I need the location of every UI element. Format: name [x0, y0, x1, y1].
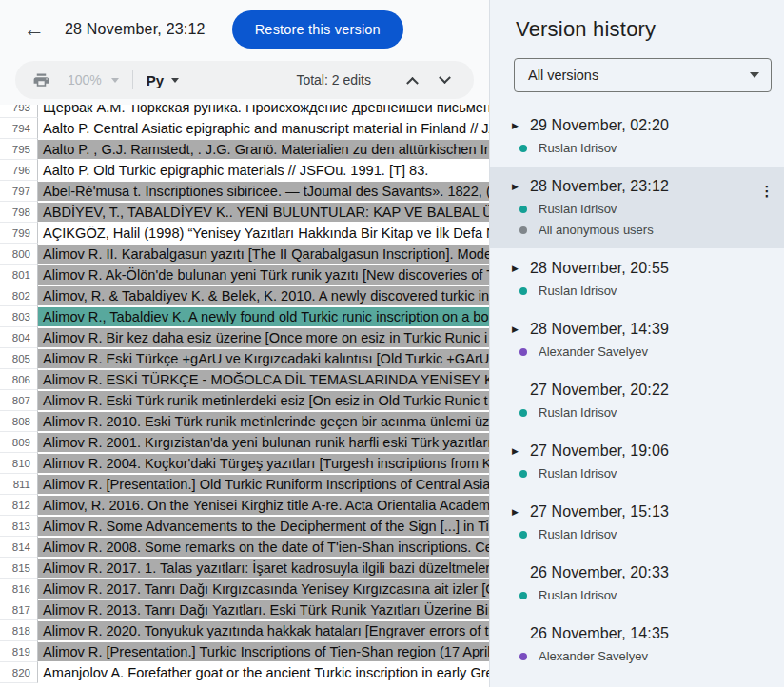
dropdown-caret-icon — [750, 72, 759, 78]
line-text: Alimov R. 2008. Some remarks on the date… — [38, 537, 489, 558]
expand-triangle-icon[interactable]: ▶ — [512, 182, 522, 191]
author-color-dot — [519, 470, 527, 478]
document-line: 795Aalto P. , G.J. Ramstedt, . J.G. Gran… — [0, 139, 489, 160]
document-body[interactable]: 793Щербак А.М. Тюркская руника. Происхож… — [0, 105, 489, 687]
version-entry[interactable]: ▶26 November, 20:33Ruslan Idrisov — [490, 553, 784, 614]
document-line: 818Alimov R. 2020. Tonyukuk yazıtında ha… — [0, 620, 489, 641]
version-filter-value: All versions — [528, 68, 750, 83]
version-date: 28 November, 20:55 — [530, 260, 669, 277]
line-number: 797 — [0, 181, 38, 202]
input-tools-control[interactable]: Ру — [147, 72, 179, 88]
line-text: Alimov R. Eski Türk runik metinlerdeki e… — [38, 390, 489, 411]
author-color-dot — [519, 226, 527, 234]
input-tools-label: Ру — [147, 72, 164, 88]
document-line: 793Щербак А.М. Тюркская руника. Происхож… — [0, 105, 489, 118]
version-entry[interactable]: ▶27 November, 15:13Ruslan Idrisov — [490, 492, 784, 553]
version-entry[interactable]: ▶26 November, 14:35Alexander Savelyev — [490, 614, 784, 675]
line-number: 795 — [0, 139, 38, 160]
document-line: 805Alimov R. Eski Türkçe +gArU ve Kırgız… — [0, 348, 489, 369]
version-entry-header: ▶26 November, 14:35 — [512, 625, 774, 642]
total-edits-label: Total: 2 edits — [296, 72, 371, 88]
document-line: 820Amanjolov A. Forefather goat or the a… — [0, 662, 489, 683]
line-number: 812 — [0, 495, 38, 516]
document-line: 802Alimov, R. & Tabaldiyev K. & Belek, K… — [0, 285, 489, 306]
document-line: 796Aalto P. Old Turkic epigraphic materi… — [0, 160, 489, 181]
line-text: Alimov R., Tabaldiev K. A newly found ol… — [38, 306, 489, 327]
line-number: 800 — [0, 244, 38, 265]
version-entry[interactable]: ▶27 November, 20:22Ruslan Idrisov — [490, 370, 784, 431]
document-line: 798ABDİYEV, T., TABALDİYEV K.. YENİ BULU… — [0, 202, 489, 223]
version-author: Ruslan Idrisov — [519, 284, 774, 298]
author-name: Ruslan Idrisov — [539, 284, 617, 298]
version-filter-dropdown[interactable]: All versions — [514, 58, 772, 92]
version-entry[interactable]: ▶28 November, 23:12⋮Ruslan IdrisovAll an… — [490, 167, 784, 248]
version-author: Alexander Savelyev — [519, 344, 774, 359]
version-date: 29 November, 02:20 — [530, 117, 669, 134]
document-line: 816Alimov R. 2017. Tanrı Dağı Kırgızcası… — [0, 579, 489, 599]
expand-triangle-icon[interactable]: ▶ — [512, 446, 522, 456]
version-entry-header: ▶26 November, 20:33 — [512, 564, 774, 581]
back-button[interactable]: ← — [15, 10, 53, 49]
version-author: All anonymous users — [519, 223, 774, 237]
expand-triangle-icon[interactable]: ▶ — [512, 507, 522, 517]
line-text: Alimov R. Ak-Ölön'de bulunan yeni Türk r… — [38, 265, 489, 285]
author-color-dot — [519, 206, 527, 213]
document-line: 810Alimov R. 2004. Koçkor'daki Türgeş ya… — [0, 453, 489, 474]
document-line: 808Alimov R. 2010. Eski Türk runik metin… — [0, 411, 489, 432]
line-number: 805 — [0, 348, 38, 369]
author-color-dot — [519, 409, 527, 417]
line-number: 808 — [0, 411, 38, 432]
document-line: 817Alimov R. 2013. Tanrı Dağı Yazıtları.… — [0, 599, 489, 620]
previous-edit-button[interactable] — [400, 68, 424, 92]
line-text: Alimov R. 2017. Tanrı Dağı Kırgızcasında… — [38, 579, 489, 599]
line-number: 811 — [0, 474, 38, 495]
toolbar-divider — [132, 70, 133, 89]
line-text: Alimov R. 2004. Koçkor'daki Türgeş yazıt… — [38, 453, 489, 474]
line-text: ABDİYEV, T., TABALDİYEV K.. YENİ BULUNTU… — [38, 202, 489, 223]
line-text: Alimov R. Eski Türkçe +gArU ve Kırgızcad… — [38, 348, 489, 369]
author-color-dot — [519, 145, 527, 152]
version-date: 27 November, 15:13 — [530, 503, 669, 520]
line-number: 820 — [0, 662, 38, 683]
line-number: 814 — [0, 537, 38, 558]
line-number: 794 — [0, 118, 38, 139]
document-line: 819Alimov R. [Presentation.] Turkic Insc… — [0, 641, 489, 662]
version-date: 27 November, 19:06 — [530, 442, 669, 460]
line-number: 813 — [0, 516, 38, 537]
expand-triangle-icon[interactable]: ▶ — [512, 264, 522, 273]
version-entry[interactable]: ▶28 November, 14:39Alexander Savelyev — [490, 309, 784, 370]
next-edit-button[interactable] — [432, 68, 457, 92]
line-number: 793 — [0, 105, 38, 118]
version-date: 26 November, 20:33 — [530, 564, 669, 581]
version-entry-header: ▶28 November, 14:39 — [512, 321, 774, 338]
version-author: Ruslan Idrisov — [519, 588, 774, 602]
version-entry-header: ▶27 November, 20:22 — [512, 382, 774, 399]
line-number: 803 — [0, 306, 38, 327]
version-entry-header: ▶27 November, 19:06 — [512, 442, 774, 460]
print-button[interactable] — [32, 71, 50, 89]
line-number: 817 — [0, 599, 38, 620]
restore-version-button[interactable]: Restore this version — [232, 10, 403, 49]
document-line: 815Alimov R. 2017. 1. Talas yazıtları: İ… — [0, 558, 489, 579]
document-line: 800Alimov R. II. Karabalgasun yazıtı [Th… — [0, 244, 489, 265]
version-overflow-menu-icon[interactable]: ⋮ — [754, 178, 780, 205]
line-text: Alimov R. [Presentation.] Old Turkic Run… — [38, 474, 489, 495]
line-text: Aalto P. Central Asiatic epigraphic and … — [38, 118, 489, 139]
document-line: 807Alimov R. Eski Türk runik metinlerdek… — [0, 390, 489, 411]
line-text: Alimov R. 2010. Eski Türk runik metinler… — [38, 411, 489, 432]
expand-triangle-icon[interactable]: ▶ — [512, 121, 522, 130]
author-name: Ruslan Idrisov — [539, 405, 617, 420]
author-name: Ruslan Idrisov — [539, 588, 617, 602]
line-number: 816 — [0, 579, 38, 599]
input-tools-caret-icon — [171, 78, 179, 83]
version-entry[interactable]: ▶28 November, 20:55Ruslan Idrisov — [490, 248, 784, 309]
author-name: Ruslan Idrisov — [539, 466, 617, 481]
expand-triangle-icon[interactable]: ▶ — [512, 324, 522, 334]
version-entry[interactable]: ▶27 November, 19:06Ruslan Idrisov — [490, 431, 784, 492]
version-entry[interactable]: ▶29 November, 02:20Ruslan Idrisov — [490, 106, 784, 167]
document-line: 804Alimov R. Bir kez daha esiz üzerine [… — [0, 327, 489, 348]
version-date: 27 November, 20:22 — [530, 382, 669, 399]
zoom-control[interactable]: 100% — [68, 72, 119, 88]
panel-title: Version history — [490, 0, 784, 42]
chevron-down-icon — [439, 71, 451, 84]
